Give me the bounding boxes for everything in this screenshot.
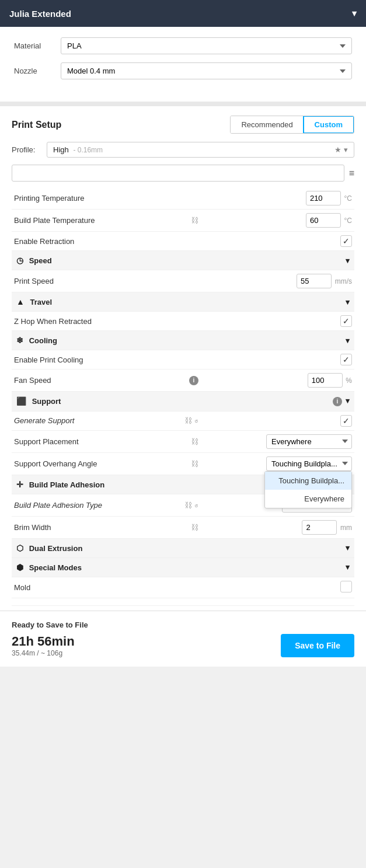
undo-icon[interactable]: ↺ bbox=[194, 416, 198, 425]
enable-cooling-checkbox[interactable] bbox=[340, 354, 352, 365]
dual-extrusion-section-header[interactable]: ⬡ Dual Extrusion ▾ bbox=[12, 538, 354, 557]
print-setup-title: Print Setup bbox=[12, 120, 61, 130]
link-icon-4[interactable]: ⛓ bbox=[191, 459, 198, 468]
printer-chevron: ▾ bbox=[352, 8, 357, 19]
support-placement-value: Everywhere Touching Buildplate bbox=[201, 430, 354, 452]
special-modes-icon: ⬢ bbox=[16, 563, 23, 572]
generate-support-checkbox[interactable] bbox=[340, 415, 352, 427]
brim-width-row: Brim Width ⛓ mm bbox=[12, 516, 354, 538]
support-info-icon[interactable]: i bbox=[333, 397, 342, 406]
build-plate-temp-input[interactable] bbox=[306, 213, 341, 228]
printer-config: Material PLA Nozzle Model 0.4 mm bbox=[0, 27, 366, 106]
speed-icon: ◷ bbox=[16, 256, 23, 265]
support-section-toggle[interactable]: i▾ bbox=[201, 392, 354, 412]
dropdown-option-everywhere[interactable]: Everywhere bbox=[265, 490, 351, 508]
link-icon-2[interactable]: ⛓ bbox=[184, 416, 192, 425]
support-placement-select[interactable]: Everywhere Touching Buildplate bbox=[266, 434, 352, 449]
mold-icons bbox=[169, 577, 201, 598]
speed-section-label: ◷ Speed bbox=[12, 251, 201, 270]
link-icon-3[interactable]: ⛓ bbox=[191, 437, 198, 446]
custom-mode-button[interactable]: Custom bbox=[303, 116, 354, 134]
save-to-file-button[interactable]: Save to File bbox=[281, 634, 354, 657]
cooling-section-label: ❄ Cooling bbox=[12, 331, 201, 350]
star-icon: ★ bbox=[334, 145, 341, 154]
printing-temp-unit: °C bbox=[343, 194, 352, 203]
support-section-label: ⬛ Support bbox=[12, 392, 201, 412]
cooling-icon: ❄ bbox=[16, 336, 23, 345]
profile-icons: ★ ▾ bbox=[334, 145, 348, 154]
profile-select[interactable]: High - 0.16mm ★ ▾ bbox=[47, 142, 354, 158]
mold-checkbox[interactable] bbox=[340, 581, 352, 592]
generate-support-icons: ⛓ ↺ bbox=[169, 411, 201, 430]
dropdown-option-touching[interactable]: Touching Buildpla... bbox=[265, 472, 351, 490]
dual-extrusion-section-toggle[interactable]: ▾ bbox=[201, 538, 354, 557]
undo-icon-2[interactable]: ↺ bbox=[194, 501, 198, 510]
printing-temp-value: °C bbox=[201, 187, 354, 210]
support-placement-icons: ⛓ bbox=[169, 430, 201, 452]
print-speed-value: mm/s bbox=[201, 270, 354, 292]
mold-value bbox=[201, 577, 354, 598]
bottom-bar: Ready to Save to File 21h 56min 35.44m /… bbox=[0, 611, 366, 667]
support-section-header[interactable]: ⬛ Support i▾ bbox=[12, 392, 354, 412]
z-hop-value bbox=[201, 312, 354, 331]
spacer-row bbox=[12, 598, 354, 605]
cooling-section-header[interactable]: ❄ Cooling ▾ bbox=[12, 331, 354, 350]
support-overhang-row: Support Overhang Angle ⛓ Touching Buildp… bbox=[12, 452, 354, 475]
support-overhang-value: Touching Buildpla... Everywhere Touching… bbox=[201, 452, 354, 475]
enable-retraction-checkbox[interactable] bbox=[340, 235, 352, 247]
adhesion-icon: ✛ bbox=[16, 480, 23, 489]
support-placement-row: Support Placement ⛓ Everywhere Touching … bbox=[12, 430, 354, 452]
z-hop-checkbox[interactable] bbox=[340, 315, 352, 327]
link-icon-6[interactable]: ⛓ bbox=[191, 523, 198, 532]
adhesion-section-label: ✛ Build Plate Adhesion bbox=[12, 475, 201, 494]
profile-row: Profile: High - 0.16mm ★ ▾ bbox=[12, 142, 354, 158]
mold-row: Mold bbox=[12, 577, 354, 598]
fan-speed-value: % bbox=[201, 369, 354, 392]
menu-icon[interactable]: ≡ bbox=[349, 168, 354, 179]
enable-retraction-icons bbox=[169, 232, 201, 251]
print-speed-icons bbox=[169, 270, 201, 292]
search-input[interactable] bbox=[12, 165, 344, 182]
printing-temp-label: Printing Temperature bbox=[12, 187, 169, 210]
print-speed-label: Print Speed bbox=[12, 270, 169, 292]
enable-retraction-label: Enable Retraction bbox=[12, 232, 169, 251]
recommended-mode-button[interactable]: Recommended bbox=[231, 116, 303, 133]
bottom-info-row: 21h 56min 35.44m / ~ 106g Save to File bbox=[12, 634, 354, 657]
brim-width-value: mm bbox=[201, 516, 354, 538]
enable-retraction-row: Enable Retraction bbox=[12, 232, 354, 251]
cooling-section-toggle[interactable]: ▾ bbox=[201, 331, 354, 350]
travel-section-label: ▲ Travel bbox=[12, 292, 201, 312]
printer-header[interactable]: Julia Extended ▾ bbox=[0, 0, 366, 27]
fan-speed-input[interactable] bbox=[308, 373, 343, 388]
nozzle-row: Nozzle Model 0.4 mm bbox=[14, 62, 352, 79]
settings-table: Printing Temperature °C Build Plate Temp… bbox=[12, 187, 354, 606]
fan-speed-info-icon[interactable]: i bbox=[189, 376, 198, 385]
support-overhang-select[interactable]: Touching Buildpla... Everywhere bbox=[266, 456, 352, 471]
travel-icon: ▲ bbox=[16, 297, 25, 306]
adhesion-type-label: Build Plate Adhesion Type bbox=[12, 494, 169, 516]
printing-temp-input[interactable] bbox=[306, 191, 341, 205]
print-stats: 35.44m / ~ 106g bbox=[12, 649, 75, 657]
print-speed-input[interactable] bbox=[297, 274, 332, 288]
print-setup-header: Print Setup Recommended Custom bbox=[12, 116, 354, 134]
speed-section-toggle[interactable]: ▾ bbox=[201, 251, 354, 270]
speed-section-header[interactable]: ◷ Speed ▾ bbox=[12, 251, 354, 270]
dual-extrusion-section-label: ⬡ Dual Extrusion bbox=[12, 538, 201, 557]
build-plate-temp-icons: ⛓ bbox=[169, 210, 201, 232]
profile-sub: - 0.16mm bbox=[73, 146, 103, 154]
link-icon-5[interactable]: ⛓ bbox=[184, 501, 192, 510]
fan-speed-icons: i bbox=[169, 369, 201, 392]
special-modes-section-toggle[interactable]: ▾ bbox=[201, 557, 354, 577]
material-select[interactable]: PLA bbox=[61, 37, 352, 54]
generate-support-row: Generate Support ⛓ ↺ bbox=[12, 411, 354, 430]
support-overhang-dropdown-container: Touching Buildpla... Everywhere Touching… bbox=[266, 456, 352, 471]
travel-section-toggle[interactable]: ▾ bbox=[201, 292, 354, 312]
link-icon[interactable]: ⛓ bbox=[191, 216, 198, 225]
bottom-left: 21h 56min 35.44m / ~ 106g bbox=[12, 634, 75, 657]
nozzle-select[interactable]: Model 0.4 mm bbox=[61, 62, 352, 79]
printing-temp-row: Printing Temperature °C bbox=[12, 187, 354, 210]
brim-width-input[interactable] bbox=[302, 520, 337, 535]
special-modes-section-header[interactable]: ⬢ Special Modes ▾ bbox=[12, 557, 354, 577]
travel-section-header[interactable]: ▲ Travel ▾ bbox=[12, 292, 354, 312]
print-speed-row: Print Speed mm/s bbox=[12, 270, 354, 292]
